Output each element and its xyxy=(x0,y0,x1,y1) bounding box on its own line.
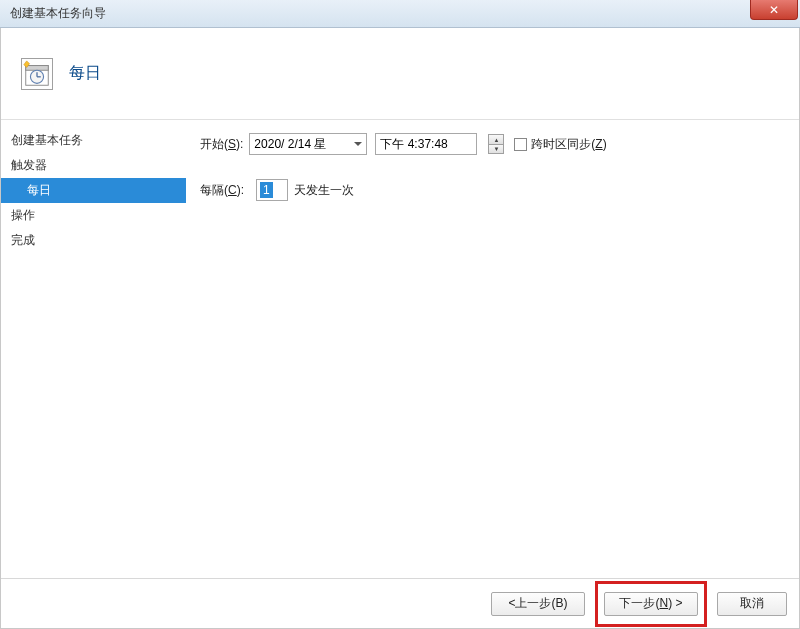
timezone-sync-label: 跨时区同步(Z) xyxy=(531,136,606,153)
start-time-input[interactable]: 下午 4:37:48 xyxy=(375,133,477,155)
sidebar-item-label: 完成 xyxy=(11,232,35,249)
recur-interval-input[interactable]: 1 xyxy=(256,179,288,201)
next-button-highlight: 下一步(N) > xyxy=(595,581,707,627)
page-title: 每日 xyxy=(69,63,101,84)
date-value: 2020/ 2/14 星 xyxy=(254,136,326,153)
sidebar-item-label: 创建基本任务 xyxy=(11,132,83,149)
recur-label: 每隔(C): xyxy=(200,182,244,199)
sidebar-item-label: 操作 xyxy=(11,207,35,224)
wizard-footer: <上一步(B) 下一步(N) > 取消 xyxy=(1,578,799,628)
next-button[interactable]: 下一步(N) > xyxy=(604,592,698,616)
close-button[interactable]: ✕ xyxy=(750,0,798,20)
sidebar-item-label: 每日 xyxy=(27,182,51,199)
calendar-clock-icon xyxy=(21,58,53,90)
recur-value: 1 xyxy=(260,182,273,198)
sidebar-item-label: 触发器 xyxy=(11,157,47,174)
sidebar-item-finish[interactable]: 完成 xyxy=(1,228,186,253)
titlebar: 创建基本任务向导 ✕ xyxy=(0,0,800,28)
window-body: 每日 创建基本任务 触发器 每日 操作 完成 开始(S): xyxy=(0,28,800,629)
wizard-header: 每日 xyxy=(1,28,799,120)
content-area: 创建基本任务 触发器 每日 操作 完成 开始(S): 2020/ 2/14 星 xyxy=(1,120,799,578)
spinner-down-button[interactable]: ▼ xyxy=(488,144,504,154)
close-icon: ✕ xyxy=(769,3,779,17)
start-row: 开始(S): 2020/ 2/14 星 下午 4:37:48 ▲ ▼ 跨时区同步… xyxy=(200,130,791,158)
timezone-sync-checkbox[interactable] xyxy=(514,138,527,151)
spinner-up-button[interactable]: ▲ xyxy=(488,134,504,144)
start-label: 开始(S): xyxy=(200,136,243,153)
main-panel: 开始(S): 2020/ 2/14 星 下午 4:37:48 ▲ ▼ 跨时区同步… xyxy=(186,120,799,578)
start-date-input[interactable]: 2020/ 2/14 星 xyxy=(249,133,367,155)
svg-rect-1 xyxy=(26,65,49,70)
recur-unit-label: 天发生一次 xyxy=(294,182,354,199)
cancel-button[interactable]: 取消 xyxy=(717,592,787,616)
window-title: 创建基本任务向导 xyxy=(10,5,106,22)
sidebar-item-daily[interactable]: 每日 xyxy=(1,178,186,203)
recur-row: 每隔(C): 1 天发生一次 xyxy=(200,176,791,204)
wizard-sidebar: 创建基本任务 触发器 每日 操作 完成 xyxy=(1,120,186,578)
sidebar-item-action[interactable]: 操作 xyxy=(1,203,186,228)
time-value: 下午 4:37:48 xyxy=(380,136,447,153)
back-button[interactable]: <上一步(B) xyxy=(491,592,585,616)
chevron-down-icon xyxy=(354,142,362,146)
time-spinner: ▲ ▼ xyxy=(488,134,504,154)
sidebar-item-create-task[interactable]: 创建基本任务 xyxy=(1,128,186,153)
sidebar-item-trigger[interactable]: 触发器 xyxy=(1,153,186,178)
